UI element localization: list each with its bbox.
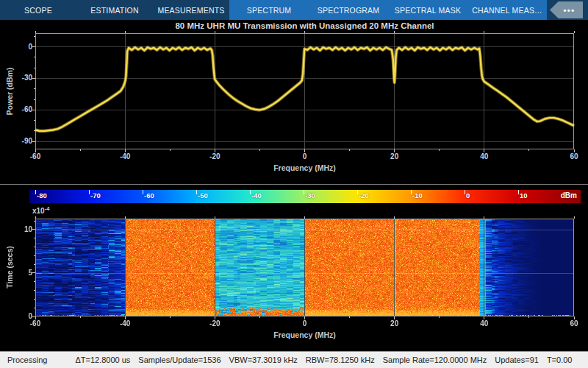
colorbar-tick-label: -10 <box>412 191 423 199</box>
colorbar-unit-label: dBm <box>561 191 577 199</box>
status-metric: T=0.00 <box>547 355 573 364</box>
colorbar-tick <box>465 190 465 194</box>
spectrum-x-tick-label: -20 <box>200 152 229 160</box>
colorbar-tick <box>411 190 412 194</box>
spectrogram-axes <box>35 219 574 316</box>
spectrum-y-tick-label: -30 <box>0 74 32 82</box>
colorbar-tick <box>35 190 36 194</box>
status-metric: RBW=78.1250 kHz <box>306 355 375 364</box>
colorbar-tick-label: -50 <box>198 191 208 199</box>
panel-divider <box>0 184 588 185</box>
tab-spectral-mask[interactable]: SPECTRAL MASK <box>388 0 467 20</box>
status-state: Processing <box>7 355 47 364</box>
spectrogram-x-tick-label: 20 <box>380 319 409 328</box>
status-bar: ProcessingΔT=12.8000 usSamples/Update=15… <box>0 351 588 368</box>
status-metric: VBW=37.3019 kHz <box>229 355 298 364</box>
colorbar-tick <box>89 190 90 194</box>
tab-scope[interactable]: SCOPE <box>0 0 76 20</box>
colorbar-tick <box>250 190 251 194</box>
colorbar-tick-label: -20 <box>359 191 369 199</box>
colorbar-tick <box>357 190 358 194</box>
tab-spectrum[interactable]: SPECTRUM <box>229 0 309 20</box>
spectrum-y-tick-label: 0 <box>0 43 32 51</box>
spectrum-x-tick-label: -40 <box>110 152 140 160</box>
tab-spectrogram[interactable]: SPECTROGRAM <box>309 0 388 20</box>
spectrogram-y-tick-label: 10 <box>0 225 32 233</box>
colorbar-tick <box>196 190 197 194</box>
spectrum-plot[interactable] <box>35 33 574 149</box>
contextual-tab-group: SPECTRUMSPECTROGRAMSPECTRAL MASKCHANNEL … <box>229 0 547 20</box>
spectrogram-x-tick-label: -20 <box>200 319 229 328</box>
colorbar-tick <box>143 190 143 194</box>
spectrum-x-tick-label: 0 <box>290 152 320 160</box>
colorbar-tick-label: 10 <box>520 191 528 199</box>
tab-channel-meas[interactable]: CHANNEL MEAS… <box>467 0 547 20</box>
spectrum-title: 80 MHz UHR MU Transmission with Unassign… <box>35 21 574 30</box>
spectrum-y-tick-label: -90 <box>0 137 32 145</box>
colorbar-tick-label: -80 <box>37 191 47 199</box>
spectrogram-y-tick-label: 0 <box>0 312 32 320</box>
toolstrip-overflow-button[interactable]: ••• <box>550 1 583 18</box>
tab-measurements[interactable]: MEASUREMENTS <box>153 0 229 20</box>
colorbar-tick <box>518 190 519 194</box>
spectrogram-y-tick-label: 5 <box>0 269 32 277</box>
spectrogram-x-tick-label: 40 <box>470 319 499 328</box>
status-metric: Updates=91 <box>495 355 539 364</box>
status-metric: Sample Rate=120.0000 MHz <box>383 355 487 364</box>
spectrogram-y-axis-title: Time (secs) <box>5 246 14 289</box>
spectrogram-x-tick-label: -40 <box>110 319 140 328</box>
colorbar-tick-label: -40 <box>251 191 262 199</box>
colorbar-tick-label: -70 <box>90 191 101 199</box>
spectrum-x-tick-label: 40 <box>470 152 499 160</box>
spectrum-y-tick-label: -60 <box>0 105 32 113</box>
colorbar-tick-label: 0 <box>466 191 470 199</box>
spectrum-analyzer-window: SCOPEESTIMATIONMEASUREMENTS SPECTRUMSPEC… <box>0 0 588 368</box>
tabbar-overflow-area: ••• <box>547 0 588 20</box>
spectrum-x-axis-title: Frequency (MHz) <box>35 163 574 172</box>
tab-estimation[interactable]: ESTIMATION <box>76 0 153 20</box>
spectrum-x-tick-label: -60 <box>21 152 50 160</box>
spectrum-x-tick-label: 20 <box>380 152 409 160</box>
main-tab-group: SCOPEESTIMATIONMEASUREMENTS <box>0 0 229 20</box>
spectrogram-x-tick-label: 0 <box>290 319 320 328</box>
colorbar-tick-label: -30 <box>305 191 315 199</box>
spectrogram-y-multiplier: x10-4 <box>32 205 49 215</box>
status-metric: Samples/Update=1536 <box>138 355 220 364</box>
spectrum-x-tick-label: 60 <box>559 152 588 160</box>
status-metric: ΔT=12.8000 us <box>75 355 130 364</box>
colorbar-tick <box>304 190 304 194</box>
colorbar: dBm -80-70-60-50-40-30-20-10010 <box>29 190 581 203</box>
colorbar-tick-label: -60 <box>144 191 154 199</box>
spectrogram-x-tick-label: 60 <box>559 319 588 328</box>
toolstrip-tabbar: SCOPEESTIMATIONMEASUREMENTS SPECTRUMSPEC… <box>0 0 588 20</box>
spectrogram-x-tick-label: -60 <box>21 319 50 328</box>
spectrogram-x-axis-title: Frequency (MHz) <box>35 330 574 339</box>
